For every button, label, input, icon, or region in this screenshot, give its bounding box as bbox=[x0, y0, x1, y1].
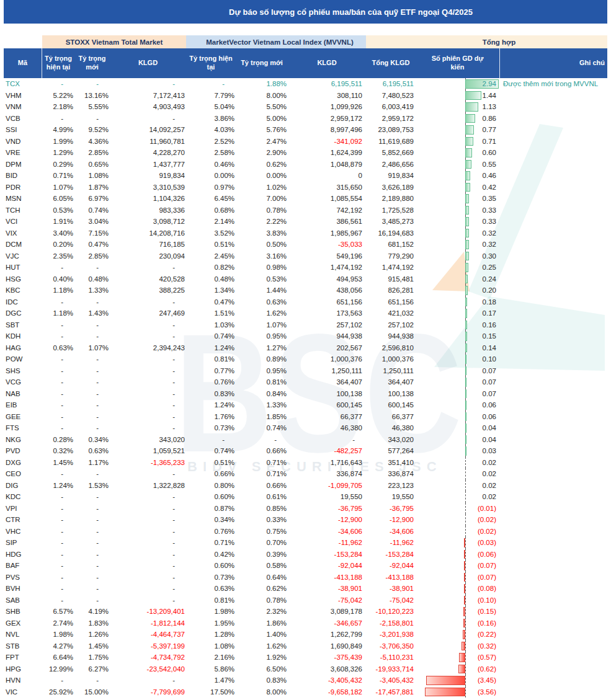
table-row: FTS---0.73%0.74%46,38046,3800.04 bbox=[4, 422, 607, 434]
cell-so-phien-gd: 0.17 bbox=[416, 308, 499, 319]
cell-tong-klgd: 7,480,523 bbox=[366, 92, 416, 99]
data-bar-axis bbox=[465, 675, 466, 686]
so-phien-value: 0.02 bbox=[483, 457, 496, 469]
cell-ticker: EIB bbox=[4, 401, 42, 409]
cell-mvvnl-ty-trong-hien-tai: 1.24% bbox=[186, 401, 236, 409]
data-bar-axis bbox=[465, 606, 466, 618]
table-row: KBC1.18%1.33%388,2251.34%1.44%438,056826… bbox=[4, 285, 607, 296]
so-phien-value: 0.02 bbox=[483, 468, 496, 480]
cell-mvvnl-klgd: -34,606 bbox=[288, 528, 366, 535]
cell-stoxx-ty-trong-moi: - bbox=[74, 470, 110, 477]
cell-mvvnl-ty-trong-moi: 1.02% bbox=[236, 184, 288, 191]
so-phien-value: 0.46 bbox=[483, 170, 496, 182]
cell-stoxx-ty-trong-moi: 6.97% bbox=[74, 195, 110, 202]
table-row: HUT---0.82%0.98%1,474,1921,474,1920.25 bbox=[4, 262, 607, 273]
cell-mvvnl-ty-trong-hien-tai: 7.79% bbox=[186, 92, 236, 99]
cell-stoxx-ty-trong-hien-tai: 1.91% bbox=[42, 218, 74, 225]
cell-tong-klgd: -10,120,223 bbox=[366, 608, 416, 615]
cell-stoxx-ty-trong-hien-tai: 0.71% bbox=[42, 172, 74, 179]
cell-stoxx-ty-trong-moi: 2.85% bbox=[74, 149, 110, 156]
data-bar-axis bbox=[465, 503, 466, 515]
cell-stoxx-klgd: -7,799,699 bbox=[110, 688, 186, 696]
cell-tong-klgd: 364,407 bbox=[366, 378, 416, 386]
table-row: VCI1.91%3.04%3,098,7122.14%2.22%386,5613… bbox=[4, 216, 607, 228]
cell-tong-klgd: -17,457,881 bbox=[366, 688, 416, 696]
cell-mvvnl-klgd: 651,156 bbox=[288, 298, 366, 306]
positive-data-bar bbox=[465, 171, 470, 180]
table-row: VPI---0.87%0.85%-36,795-36,795(0.01) bbox=[4, 503, 607, 515]
table-row: BID0.71%1.08%919,8340.00%0.00%0919,8340.… bbox=[4, 170, 607, 182]
cell-stoxx-ty-trong-moi: 1.07% bbox=[74, 344, 110, 352]
cell-mvvnl-ty-trong-moi: 1.85% bbox=[236, 413, 288, 420]
table-row: VHC---0.76%0.75%-34,606-34,606(0.02) bbox=[4, 526, 607, 538]
cell-mvvnl-ty-trong-moi: 5.50% bbox=[236, 103, 288, 110]
cell-so-phien-gd: 1.44 bbox=[416, 90, 499, 102]
so-phien-value: 0.06 bbox=[483, 411, 496, 423]
cell-tong-klgd: 46,380 bbox=[366, 424, 416, 432]
cell-mvvnl-klgd: 364,407 bbox=[288, 378, 366, 386]
cell-so-phien-gd: (0.03) bbox=[416, 537, 499, 549]
cell-stoxx-ty-trong-hien-tai: - bbox=[42, 676, 74, 684]
cell-stoxx-ty-trong-moi: 1.33% bbox=[74, 286, 110, 294]
cell-tong-klgd: 421,032 bbox=[366, 309, 416, 317]
so-phien-value: (0.03) bbox=[478, 537, 496, 549]
cell-so-phien-gd: 0.10 bbox=[416, 353, 499, 365]
negative-data-bar bbox=[464, 538, 465, 547]
cell-mvvnl-ty-trong-hien-tai: 1.03% bbox=[186, 321, 236, 329]
cell-mvvnl-ty-trong-hien-tai: 17.50% bbox=[186, 688, 236, 696]
positive-data-bar bbox=[465, 252, 469, 261]
cell-so-phien-gd: 0.71 bbox=[416, 136, 499, 148]
cell-mvvnl-ty-trong-moi: 8.00% bbox=[236, 92, 288, 99]
cell-stoxx-ty-trong-moi: 13.16% bbox=[74, 92, 110, 99]
cell-mvvnl-ty-trong-moi: 0.66% bbox=[236, 482, 288, 489]
cell-stoxx-ty-trong-hien-tai: 2.35% bbox=[42, 252, 74, 260]
cell-mvvnl-klgd: -36,795 bbox=[288, 505, 366, 512]
cell-tong-klgd: 223,123 bbox=[366, 482, 416, 489]
so-phien-value: 0.35 bbox=[483, 193, 496, 205]
cell-tong-klgd: 3,485,273 bbox=[366, 218, 416, 225]
cell-so-phien-gd: 0.33 bbox=[416, 205, 499, 216]
cell-stoxx-ty-trong-hien-tai: 0.32% bbox=[42, 447, 74, 454]
data-bar-axis bbox=[465, 514, 466, 526]
cell-mvvnl-ty-trong-moi: 1.62% bbox=[236, 642, 288, 650]
cell-mvvnl-ty-trong-moi: 1.07% bbox=[236, 321, 288, 329]
cell-mvvnl-ty-trong-hien-tai: - bbox=[186, 80, 236, 87]
cell-tong-klgd: -5,110,231 bbox=[366, 653, 416, 661]
cell-stoxx-ty-trong-hien-tai: - bbox=[42, 80, 74, 87]
cell-mvvnl-ty-trong-moi: 0.74% bbox=[236, 424, 288, 432]
table-body: TCX----1.88%6,195,5116,195,5112.94Được t… bbox=[4, 78, 607, 698]
cell-stoxx-ty-trong-moi: 4.36% bbox=[74, 138, 110, 145]
cell-stoxx-ty-trong-moi: - bbox=[74, 367, 110, 374]
cell-mvvnl-ty-trong-moi: 1.27% bbox=[236, 344, 288, 352]
cell-ticker: SIP bbox=[4, 539, 42, 546]
cell-ticker: BVH bbox=[4, 585, 42, 592]
cell-stoxx-klgd: 716,185 bbox=[110, 241, 186, 248]
cell-so-phien-gd: (0.22) bbox=[416, 629, 499, 640]
cell-mvvnl-ty-trong-hien-tai: 2.16% bbox=[186, 653, 236, 661]
table-row: SHB6.57%4.19%-13,209,4011.98%2.32%3,089,… bbox=[4, 606, 607, 618]
table-row: DGC1.18%1.43%247,4691.51%1.62%173,563421… bbox=[4, 308, 607, 319]
cell-stoxx-klgd: -13,209,401 bbox=[110, 608, 186, 615]
cell-tong-klgd: 1,250,111 bbox=[366, 367, 416, 374]
cell-mvvnl-klgd: 2,959,172 bbox=[288, 115, 366, 122]
cell-mvvnl-klgd: -11,962 bbox=[288, 539, 366, 546]
table-row: EIB---1.24%1.33%600,145600,1450.06 bbox=[4, 399, 607, 411]
cell-mvvnl-ty-trong-hien-tai: 2.45% bbox=[186, 252, 236, 260]
cell-mvvnl-ty-trong-hien-tai: 0.97% bbox=[186, 184, 236, 191]
cell-mvvnl-ty-trong-moi: 0.78% bbox=[236, 596, 288, 604]
cell-mvvnl-klgd: 742,192 bbox=[288, 206, 366, 214]
positive-data-bar bbox=[465, 446, 466, 456]
cell-tong-klgd: -153,284 bbox=[366, 551, 416, 558]
so-phien-value: 0.15 bbox=[483, 330, 496, 342]
cell-mvvnl-ty-trong-hien-tai: 1.76% bbox=[186, 413, 236, 420]
cell-mvvnl-klgd: 1,048,879 bbox=[288, 161, 366, 168]
cell-ticker: VCI bbox=[4, 218, 42, 225]
cell-mvvnl-klgd: -346,657 bbox=[288, 619, 366, 627]
positive-data-bar bbox=[465, 183, 470, 192]
table-row: VIC25.92%15.00%-7,799,69917.50%8.00%-9,6… bbox=[4, 686, 607, 698]
cell-mvvnl-ty-trong-moi: 0.98% bbox=[236, 264, 288, 271]
column-header-mvvnl-ty-trong-hien-tai: Tỷ trọng hiện tại bbox=[186, 48, 236, 78]
cell-mvvnl-ty-trong-hien-tai: 0.60% bbox=[186, 562, 236, 569]
cell-stoxx-klgd: -1,812,144 bbox=[110, 619, 186, 627]
table-row: FPT6.64%1.75%-4,734,7922.16%1.92%-375,43… bbox=[4, 652, 607, 663]
